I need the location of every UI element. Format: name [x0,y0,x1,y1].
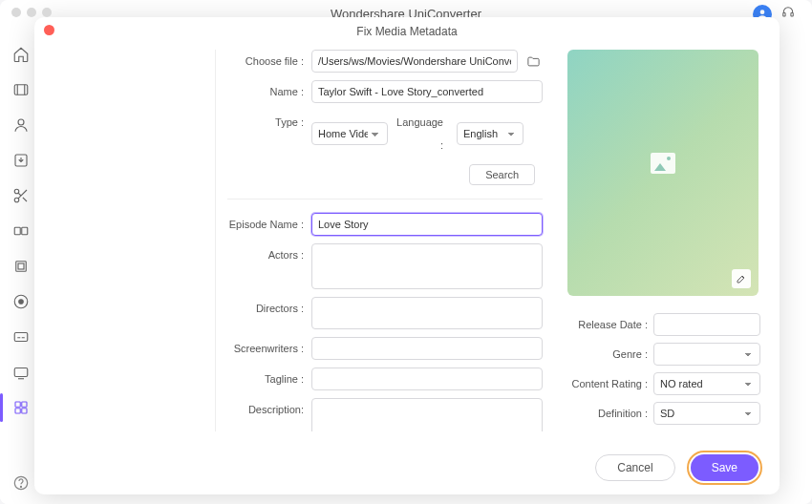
save-button[interactable]: Save [691,454,759,481]
sidebar-merge[interactable] [11,220,32,242]
svg-rect-9 [22,227,28,235]
svg-rect-15 [14,368,28,377]
sidebar-cut[interactable] [11,185,32,206]
minimize-dot[interactable] [27,8,36,17]
search-button[interactable]: Search [469,164,535,185]
svg-point-7 [14,198,19,202]
genre-select[interactable] [653,343,760,366]
browse-folder-button[interactable] [524,51,543,72]
help-icon[interactable] [13,475,29,494]
cover-art [567,50,759,296]
svg-rect-18 [15,409,20,413]
close-dot[interactable] [11,8,21,17]
sidebar-subtitle[interactable] [11,326,32,347]
screenwriters-input[interactable] [311,337,543,360]
type-select[interactable]: Home Vide… [311,122,388,145]
svg-rect-3 [14,85,28,95]
sidebar-user[interactable] [11,115,32,136]
svg-point-4 [18,119,24,125]
window-controls [11,8,52,17]
actors-input[interactable] [311,243,543,289]
svg-rect-1 [783,13,785,16]
definition-label: Definition : [567,408,653,419]
episode-name-label: Episode Name : [227,213,311,236]
modal-title: Fix Media Metadata [34,17,780,38]
sidebar-crop[interactable] [11,256,32,277]
svg-rect-11 [18,263,24,269]
name-label: Name : [227,80,311,103]
actors-label: Actors : [227,243,311,266]
name-input[interactable] [311,80,543,103]
type-label: Type : [227,111,311,134]
svg-rect-17 [22,402,27,407]
screenwriters-label: Screenwriters : [227,337,311,360]
cancel-button[interactable]: Cancel [595,454,674,481]
modal-right-column: Release Date : Genre : Content Rating : … [560,50,760,431]
genre-label: Genre : [567,348,653,360]
svg-rect-2 [791,13,793,16]
release-date-label: Release Date : [567,319,653,330]
sidebar-record[interactable] [11,291,32,312]
image-placeholder-icon [651,153,675,174]
svg-point-6 [14,189,19,194]
zoom-dot[interactable] [42,8,52,17]
directors-label: Directors : [227,297,311,320]
modal-form: Choose file : Name : Type : Home Vide… L… [216,50,560,431]
tagline-label: Tagline : [227,368,311,390]
svg-rect-19 [22,409,27,413]
divider [227,199,543,200]
svg-rect-16 [15,402,20,407]
definition-select[interactable]: SD [653,402,760,425]
release-date-input[interactable] [653,313,760,336]
svg-rect-10 [16,262,27,272]
svg-rect-8 [14,227,20,235]
metadata-modal: Fix Media Metadata Choose file : Name : … [34,17,780,494]
episode-name-input[interactable] [311,213,543,236]
tagline-input[interactable] [311,368,543,390]
sidebar-tv[interactable] [11,362,32,383]
sidebar-home[interactable] [11,44,32,65]
content-rating-label: Content Rating : [567,378,653,389]
modal-close-button[interactable] [44,25,54,35]
sidebar-download[interactable] [11,150,32,171]
description-input[interactable] [311,398,543,431]
description-label: Description: [227,398,311,421]
svg-point-0 [760,10,765,14]
language-label: Language : [394,111,451,157]
directors-input[interactable] [311,297,543,329]
sidebar-video[interactable] [11,79,32,100]
edit-cover-button[interactable] [732,269,751,288]
file-path-input[interactable] [311,50,518,73]
modal-left-column [53,50,216,431]
svg-rect-14 [14,333,28,342]
modal-footer: Cancel Save [595,451,762,485]
svg-point-13 [19,300,24,304]
svg-point-26 [20,486,21,487]
sidebar-toolbox[interactable] [11,397,32,418]
support-icon[interactable] [781,6,799,23]
save-button-highlight: Save [687,451,762,485]
language-select[interactable]: English [457,122,524,145]
content-rating-select[interactable]: NO rated [653,372,760,395]
choose-file-label: Choose file : [227,50,311,73]
